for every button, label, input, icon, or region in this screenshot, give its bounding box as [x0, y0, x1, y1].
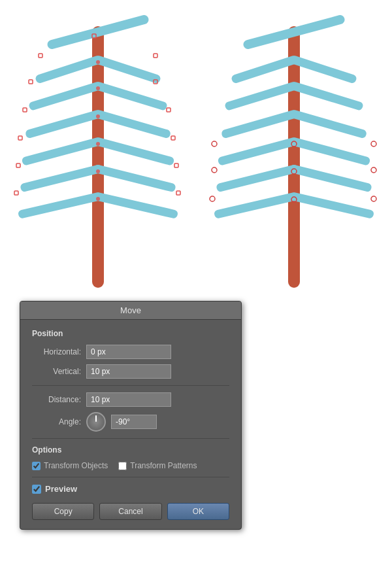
divider-3: [32, 477, 229, 477]
svg-rect-37: [221, 109, 299, 139]
svg-rect-3: [28, 81, 103, 111]
svg-point-29: [96, 114, 100, 118]
svg-rect-7: [18, 192, 103, 219]
svg-rect-42: [289, 81, 364, 111]
vertical-label: Vertical:: [32, 367, 81, 376]
angle-input[interactable]: [111, 415, 157, 429]
svg-point-28: [96, 86, 100, 90]
svg-rect-16: [154, 54, 157, 58]
svg-rect-20: [167, 108, 171, 112]
svg-rect-6: [20, 164, 103, 193]
angle-dial[interactable]: [86, 412, 106, 432]
svg-rect-36: [224, 81, 299, 111]
options-checkboxes: Transform Objects Transform Patterns: [32, 461, 229, 470]
svg-rect-21: [18, 136, 22, 140]
transform-patterns-label: Transform Patterns: [130, 461, 197, 470]
transform-objects-checkbox[interactable]: [32, 462, 41, 470]
options-section-label: Options: [32, 445, 229, 455]
svg-rect-44: [289, 137, 370, 166]
svg-rect-43: [289, 109, 367, 139]
svg-rect-40: [214, 192, 299, 219]
svg-point-48: [212, 141, 217, 146]
angle-label: Angle:: [32, 417, 81, 426]
svg-point-52: [371, 167, 376, 173]
svg-rect-22: [171, 136, 175, 140]
svg-rect-12: [93, 164, 176, 193]
svg-point-27: [96, 60, 100, 64]
svg-rect-26: [176, 191, 180, 195]
svg-point-32: [96, 197, 100, 201]
svg-rect-25: [14, 191, 18, 195]
dialog-title: Move: [20, 302, 241, 320]
svg-rect-13: [94, 192, 179, 219]
svg-rect-5: [22, 137, 103, 166]
svg-rect-10: [93, 109, 171, 139]
svg-rect-38: [218, 137, 299, 166]
distance-input[interactable]: [86, 392, 171, 407]
svg-rect-19: [23, 108, 27, 112]
vertical-input[interactable]: [86, 364, 171, 379]
preview-checkbox[interactable]: [32, 485, 41, 494]
horizontal-row: Horizontal:: [32, 345, 229, 359]
copy-button[interactable]: Copy: [32, 503, 94, 520]
svg-rect-24: [174, 164, 178, 167]
ok-button[interactable]: OK: [167, 503, 229, 520]
divider-2: [32, 438, 229, 439]
horizontal-input[interactable]: [86, 345, 171, 359]
cancel-button[interactable]: Cancel: [99, 503, 161, 520]
move-dialog: Move Position Horizontal: Vertical: Dist…: [20, 301, 242, 530]
svg-rect-45: [289, 164, 372, 193]
position-section-label: Position: [32, 329, 229, 338]
svg-rect-4: [25, 109, 103, 139]
distance-label: Distance:: [32, 395, 81, 404]
button-row: Copy Cancel OK: [32, 503, 229, 520]
svg-rect-39: [216, 164, 299, 193]
left-tree: [13, 7, 183, 294]
right-tree: [209, 7, 379, 294]
angle-row: Angle:: [32, 412, 229, 432]
horizontal-label: Horizontal:: [32, 347, 81, 356]
svg-point-31: [96, 169, 100, 173]
distance-row: Distance:: [32, 392, 229, 407]
dialog-body: Position Horizontal: Vertical: Distance:…: [20, 320, 241, 529]
svg-point-49: [371, 141, 376, 146]
vertical-row: Vertical:: [32, 364, 229, 379]
transform-patterns-checkbox[interactable]: [118, 462, 127, 470]
preview-row: Preview: [32, 484, 229, 494]
preview-label: Preview: [45, 484, 77, 494]
transform-patterns-option[interactable]: Transform Patterns: [118, 461, 197, 470]
svg-rect-46: [290, 192, 375, 219]
svg-point-54: [371, 196, 376, 201]
svg-rect-9: [93, 81, 168, 111]
svg-rect-17: [29, 80, 33, 84]
svg-rect-11: [93, 137, 174, 166]
transform-objects-option[interactable]: Transform Objects: [32, 461, 108, 470]
options-section: Options Transform Objects Transform Patt…: [32, 445, 229, 470]
svg-point-51: [212, 167, 217, 173]
svg-point-53: [210, 196, 215, 201]
svg-point-30: [96, 142, 100, 146]
transform-objects-label: Transform Objects: [44, 461, 108, 470]
svg-rect-23: [16, 164, 20, 167]
canvas-area: [0, 0, 392, 301]
divider-1: [32, 385, 229, 386]
svg-rect-15: [39, 54, 42, 58]
